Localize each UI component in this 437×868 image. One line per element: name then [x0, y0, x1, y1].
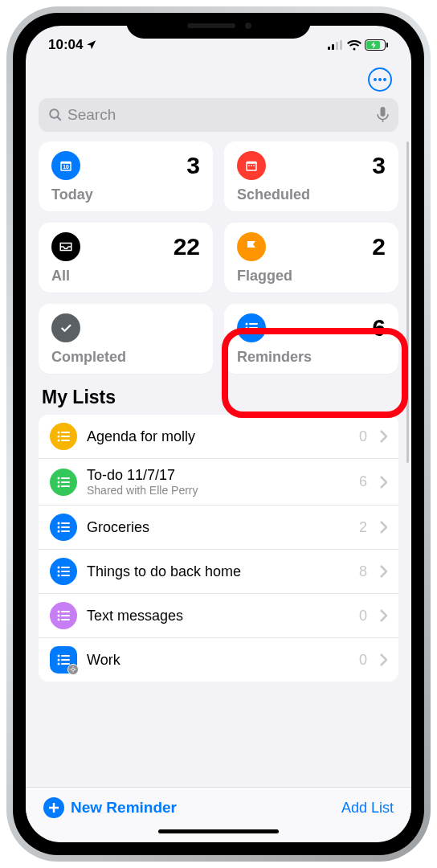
search-field[interactable]: [39, 98, 398, 132]
flag-icon: [237, 232, 266, 261]
list-title: Work: [87, 652, 349, 669]
svg-point-24: [58, 432, 60, 434]
new-reminder-label: New Reminder: [71, 799, 177, 817]
svg-point-44: [58, 571, 60, 573]
svg-rect-25: [61, 432, 70, 433]
all-label: All: [51, 268, 200, 285]
scheduled-label: Scheduled: [237, 186, 386, 203]
home-indicator[interactable]: [26, 826, 411, 842]
svg-point-20: [246, 327, 248, 330]
svg-point-7: [50, 109, 59, 118]
chevron-right-icon: [380, 653, 387, 666]
svg-point-36: [58, 522, 60, 525]
wifi-icon: [347, 40, 361, 51]
chevron-right-icon: [380, 609, 387, 622]
reminders-count: 6: [372, 314, 386, 342]
ellipsis-icon: [374, 78, 386, 81]
list-count: 2: [359, 519, 367, 536]
calendar-icon: 10: [51, 151, 80, 180]
list-item[interactable]: Text messages 0: [39, 594, 398, 638]
search-icon: [48, 108, 63, 122]
svg-point-38: [58, 526, 60, 529]
today-label: Today: [51, 186, 200, 203]
list-title: Agenda for molly: [87, 428, 349, 445]
flagged-label: Flagged: [237, 268, 386, 285]
scrollbar[interactable]: [406, 141, 409, 463]
chevron-right-icon: [380, 430, 387, 443]
list-subtitle: Shared with Elle Perry: [87, 484, 349, 497]
svg-rect-59: [61, 663, 70, 665]
list-item[interactable]: Work 0: [39, 638, 398, 682]
svg-point-34: [58, 485, 60, 487]
list-title: Text messages: [87, 608, 349, 624]
location-icon: [86, 39, 97, 51]
my-lists-header: My Lists: [26, 374, 411, 415]
svg-point-54: [58, 655, 60, 657]
svg-point-28: [58, 440, 60, 442]
svg-rect-57: [61, 659, 70, 661]
svg-rect-19: [249, 323, 258, 325]
svg-rect-49: [61, 611, 70, 612]
svg-text:10: 10: [63, 164, 69, 170]
svg-point-30: [58, 477, 60, 479]
all-count: 22: [174, 233, 200, 260]
svg-rect-37: [61, 522, 70, 524]
svg-rect-14: [247, 164, 256, 170]
svg-rect-53: [61, 619, 70, 620]
battery-icon: [365, 39, 389, 51]
smart-list-today[interactable]: 10 3 Today: [39, 141, 213, 211]
svg-rect-9: [381, 107, 386, 117]
list-item[interactable]: To-do 11/7/17 Shared with Elle Perry 6: [39, 459, 398, 506]
list-count: 6: [359, 473, 367, 490]
list-item[interactable]: Things to do back home 8: [39, 550, 398, 594]
svg-point-32: [58, 481, 60, 483]
chevron-right-icon: [380, 521, 387, 534]
svg-rect-1: [332, 44, 334, 50]
svg-rect-31: [61, 477, 70, 479]
svg-point-48: [58, 611, 60, 613]
svg-point-52: [58, 619, 60, 621]
calendar-icon: [237, 151, 266, 180]
completed-label: Completed: [51, 349, 200, 366]
svg-rect-33: [61, 481, 70, 483]
svg-point-40: [58, 530, 60, 533]
mic-icon[interactable]: [377, 107, 389, 123]
smart-list-completed[interactable]: Completed: [39, 304, 213, 374]
list-icon: [50, 558, 77, 585]
smart-list-all[interactable]: 22 All: [39, 223, 213, 293]
svg-point-50: [58, 615, 60, 617]
svg-rect-51: [61, 615, 70, 616]
inbox-icon: [51, 232, 80, 261]
flagged-count: 2: [372, 233, 386, 260]
list-item[interactable]: Agenda for molly 0: [39, 415, 398, 459]
chevron-right-icon: [380, 565, 387, 578]
svg-rect-41: [61, 530, 70, 532]
svg-point-46: [58, 575, 60, 577]
search-input[interactable]: [67, 106, 377, 124]
smart-list-reminders[interactable]: 6 Reminders: [224, 304, 398, 374]
svg-rect-17: [253, 165, 255, 166]
list-count: 0: [359, 652, 367, 669]
list-icon: [50, 423, 77, 450]
chevron-right-icon: [380, 476, 387, 489]
list-item[interactable]: Groceries 2: [39, 506, 398, 550]
svg-line-8: [57, 117, 61, 121]
svg-point-26: [58, 436, 60, 438]
status-time: 10:04: [48, 37, 83, 53]
svg-rect-6: [386, 43, 388, 47]
smart-list-scheduled[interactable]: 3 Scheduled: [224, 141, 398, 211]
svg-rect-21: [249, 327, 258, 329]
list-title: Groceries: [87, 519, 349, 536]
svg-rect-39: [61, 526, 70, 528]
scheduled-count: 3: [372, 152, 386, 179]
list-icon: [50, 602, 77, 629]
list-count: 8: [359, 563, 367, 580]
svg-point-56: [58, 659, 60, 661]
new-reminder-button[interactable]: New Reminder: [43, 797, 177, 818]
plus-icon: [43, 797, 64, 818]
list-icon: [50, 469, 77, 496]
add-list-button[interactable]: Add List: [341, 800, 394, 817]
smart-list-flagged[interactable]: 2 Flagged: [224, 223, 398, 293]
more-button[interactable]: [368, 68, 392, 92]
list-title: Things to do back home: [87, 563, 349, 580]
